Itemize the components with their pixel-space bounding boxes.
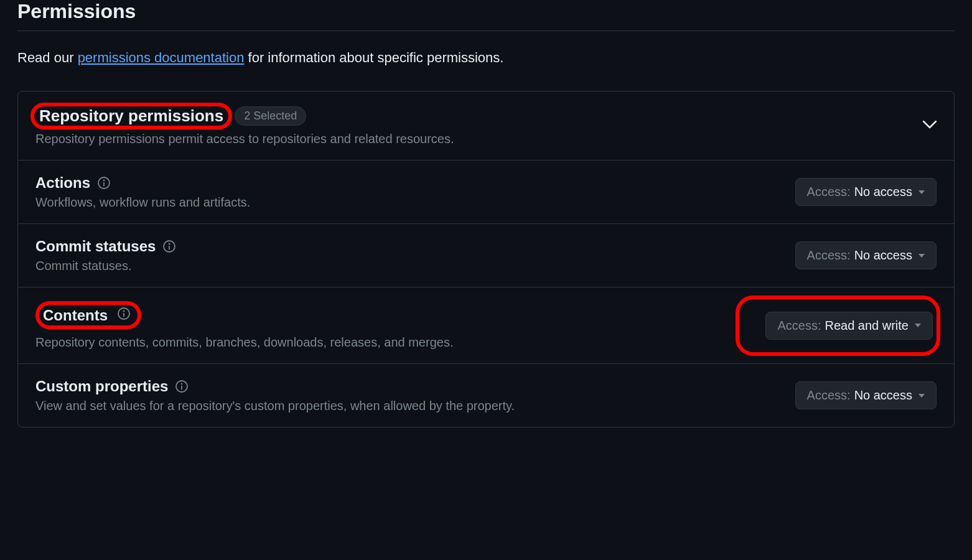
access-value: No access	[854, 185, 912, 199]
permission-row-contents: Contents Repository contents, commits, b…	[18, 287, 954, 363]
permission-row-actions: Actions Workflows, workflow runs and art…	[18, 160, 954, 223]
access-value: No access	[854, 388, 912, 403]
annotation-highlight-contents-access: Access: Read and write	[736, 296, 940, 356]
permission-title: Contents	[43, 307, 108, 324]
annotation-highlight-contents-title: Contents	[35, 301, 141, 329]
svg-point-4	[169, 243, 170, 245]
permission-row-custom-properties: Custom properties View and set values fo…	[18, 363, 954, 427]
intro-text: Read our permissions documentation for i…	[17, 50, 955, 66]
access-prefix: Access:	[807, 248, 851, 263]
svg-point-7	[123, 310, 124, 312]
info-icon[interactable]	[162, 239, 177, 254]
permission-row-commit-statuses: Commit statuses Commit statuses. Access:…	[18, 223, 954, 287]
caret-down-icon	[915, 324, 921, 327]
access-prefix: Access:	[777, 319, 821, 333]
access-value: Read and write	[825, 319, 909, 333]
permission-title: Custom properties	[35, 378, 168, 395]
permission-description: Commit statuses.	[35, 259, 177, 273]
caret-down-icon	[918, 394, 925, 398]
permission-title: Actions	[35, 174, 90, 192]
group-description: Repository permissions permit access to …	[35, 132, 454, 146]
info-icon[interactable]	[96, 175, 111, 190]
permission-description: Workflows, workflow runs and artifacts.	[35, 195, 250, 210]
access-dropdown-commit-statuses[interactable]: Access: No access	[795, 241, 937, 269]
svg-point-1	[103, 180, 105, 181]
permission-description: Repository contents, commits, branches, …	[35, 335, 453, 350]
annotation-highlight-group-title: Repository permissions	[30, 103, 232, 129]
permissions-docs-link[interactable]: permissions documentation	[78, 50, 245, 65]
chevron-down-icon	[923, 120, 937, 131]
permission-title: Commit statuses	[35, 238, 156, 255]
access-value: No access	[854, 248, 912, 263]
access-dropdown-custom-properties[interactable]: Access: No access	[795, 381, 937, 409]
access-prefix: Access:	[807, 388, 851, 403]
page-title: Permissions	[17, 0, 955, 31]
access-dropdown-actions[interactable]: Access: No access	[795, 178, 937, 206]
selected-count-badge: 2 Selected	[235, 106, 306, 126]
caret-down-icon	[918, 190, 925, 194]
repository-permissions-group: Repository permissions 2 Selected Reposi…	[17, 91, 955, 427]
group-title: Repository permissions	[39, 106, 223, 125]
intro-suffix: for information about specific permissio…	[244, 50, 503, 65]
access-prefix: Access:	[807, 185, 851, 199]
group-header[interactable]: Repository permissions 2 Selected Reposi…	[18, 91, 954, 160]
access-dropdown-contents[interactable]: Access: Read and write	[765, 312, 933, 340]
permission-description: View and set values for a repository's c…	[35, 399, 515, 413]
caret-down-icon	[918, 254, 925, 258]
svg-point-10	[181, 383, 182, 385]
intro-prefix: Read our	[17, 50, 78, 65]
info-icon[interactable]	[174, 379, 189, 394]
info-icon[interactable]	[116, 306, 131, 321]
